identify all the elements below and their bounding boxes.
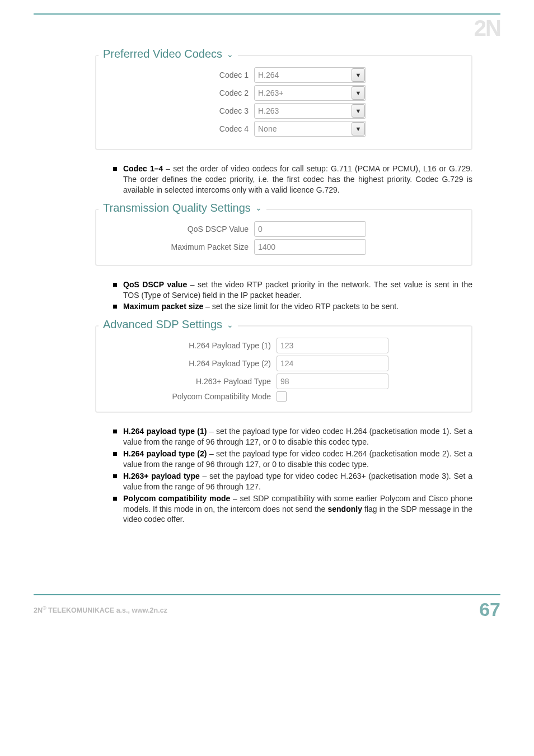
chevron-down-icon: ⌄ (227, 320, 233, 329)
select-codec1[interactable] (254, 67, 366, 83)
fieldset-advanced-sdp: Advanced SDP Settings ⌄ H.264 Payload Ty… (95, 325, 472, 413)
bullet-h264-1: H.264 payload type (1) – set the payload… (113, 426, 472, 447)
logo-2n: 2N (474, 17, 500, 39)
row-max-packet: Maximum Packet Size (109, 239, 459, 255)
input-h263p-type[interactable] (277, 374, 388, 389)
row-polycom: Polycom Compatibility Mode (109, 391, 459, 402)
row-qos-dscp: QoS DSCP Value (109, 221, 459, 237)
label-codec2: Codec 2 (109, 88, 254, 97)
label-h264-type1: H.264 Payload Type (1) (109, 341, 277, 350)
legend-preferred-video-codecs[interactable]: Preferred Video Codecs ⌄ (103, 48, 237, 60)
row-codec2: Codec 2 ▼ (109, 85, 459, 101)
row-codec3: Codec 3 ▼ (109, 103, 459, 119)
top-rule (34, 13, 500, 15)
bullets-advanced-sdp: H.264 payload type (1) – set the payload… (113, 426, 472, 525)
legend-text: Transmission Quality Settings (103, 202, 251, 214)
row-codec4: Codec 4 ▼ (109, 121, 459, 137)
legend-text: Advanced SDP Settings (103, 318, 222, 331)
input-h264-type1[interactable] (277, 338, 388, 353)
dropdown-icon[interactable]: ▼ (352, 122, 365, 136)
bullets-codec: Codec 1–4 – set the order of video codec… (113, 164, 472, 195)
input-h264-type2[interactable] (277, 356, 388, 371)
footer-company: 2N® TELEKOMUNIKACE a.s., www.2n.cz (34, 605, 167, 614)
label-h264-type2: H.264 Payload Type (2) (109, 359, 277, 368)
row-h264-2: H.264 Payload Type (2) (109, 356, 459, 371)
bullet-h263p: H.263+ payload type – set the payload ty… (113, 471, 472, 492)
input-qos-dscp[interactable] (254, 221, 366, 237)
label-codec1: Codec 1 (109, 71, 254, 80)
bullet-h264-2: H.264 payload type (2) – set the payload… (113, 449, 472, 470)
chevron-down-icon: ⌄ (255, 203, 262, 212)
select-codec2[interactable] (254, 85, 366, 101)
chevron-down-icon: ⌄ (227, 50, 233, 59)
label-h263p-type: H.263+ Payload Type (109, 377, 277, 386)
bullet-qos: QoS DSCP value – set the video RTP packe… (113, 279, 472, 301)
select-codec3[interactable] (254, 103, 366, 119)
dropdown-icon[interactable]: ▼ (352, 68, 365, 82)
dropdown-icon[interactable]: ▼ (352, 104, 365, 118)
bullet-polycom: Polycom compatibility mode – set SDP com… (113, 493, 472, 525)
bullet-max-packet: Maximum packet size – set the size limit… (113, 301, 472, 312)
row-codec1: Codec 1 ▼ (109, 67, 459, 83)
label-codec4: Codec 4 (109, 124, 254, 133)
label-max-packet: Maximum Packet Size (109, 242, 254, 251)
bullet-codec-1-4: Codec 1–4 – set the order of video codec… (113, 164, 472, 195)
row-h264-1: H.264 Payload Type (1) (109, 338, 459, 353)
checkbox-polycom-compat[interactable] (277, 391, 287, 402)
fieldset-transmission-quality: Transmission Quality Settings ⌄ QoS DSCP… (95, 209, 472, 266)
bullets-tx-quality: QoS DSCP value – set the video RTP packe… (113, 279, 472, 312)
label-codec3: Codec 3 (109, 106, 254, 115)
page-footer: 2N® TELEKOMUNIKACE a.s., www.2n.cz 67 (34, 594, 500, 634)
select-codec4[interactable] (254, 121, 366, 137)
fieldset-preferred-video-codecs: Preferred Video Codecs ⌄ .fs1::after{lef… (95, 55, 472, 150)
legend-advanced-sdp[interactable]: Advanced SDP Settings ⌄ (103, 318, 237, 331)
page-number: 67 (479, 599, 500, 620)
dropdown-icon[interactable]: ▼ (352, 86, 365, 100)
legend-transmission-quality[interactable]: Transmission Quality Settings ⌄ (103, 202, 265, 214)
label-qos-dscp: QoS DSCP Value (109, 225, 254, 234)
input-max-packet[interactable] (254, 239, 366, 255)
row-h263p: H.263+ Payload Type (109, 374, 459, 389)
label-polycom: Polycom Compatibility Mode (109, 392, 277, 401)
legend-text: Preferred Video Codecs (103, 48, 222, 60)
